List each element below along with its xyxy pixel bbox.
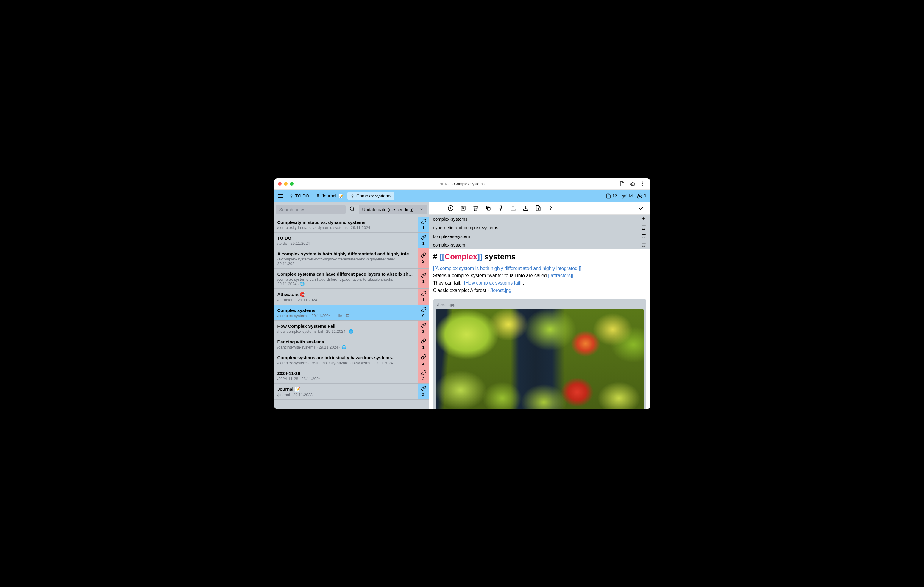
copy-button[interactable] bbox=[482, 202, 495, 215]
wiki-link[interactable]: A complex system is both highly differen… bbox=[436, 266, 579, 271]
svg-point-1 bbox=[350, 207, 354, 210]
svg-point-9 bbox=[463, 208, 464, 209]
pin-label: Complex systems bbox=[356, 193, 391, 198]
note-item[interactable]: Journal 📝 /journal · 29.11.2023 2 bbox=[274, 384, 429, 400]
sidebar: Update date (descending) Complexity in s… bbox=[274, 202, 429, 409]
upload-button[interactable] bbox=[507, 202, 520, 215]
editor-toolbar bbox=[429, 202, 650, 215]
note-item[interactable]: Complex systems are intrinsically hazard… bbox=[274, 352, 429, 368]
help-icon bbox=[548, 205, 554, 211]
download-button[interactable] bbox=[520, 202, 532, 215]
help-button[interactable] bbox=[544, 202, 557, 215]
unlink-icon bbox=[637, 193, 642, 199]
note-link-count: 9 bbox=[418, 305, 429, 320]
link-icon bbox=[421, 386, 426, 391]
import-button[interactable] bbox=[532, 202, 544, 215]
sort-select[interactable]: Update date (descending) bbox=[359, 205, 427, 214]
note-link-count: 1 bbox=[418, 289, 429, 304]
stat-notes[interactable]: 12 bbox=[606, 193, 617, 199]
note-item[interactable]: A complex system is both highly differen… bbox=[274, 248, 429, 268]
stat-broken[interactable]: 0 bbox=[637, 193, 646, 199]
note-meta: /how-complex-systems-fail · 29.11.2024 ·… bbox=[277, 329, 415, 334]
search-input[interactable] bbox=[276, 205, 346, 214]
pin-tab-complex-systems[interactable]: Complex systems bbox=[347, 191, 394, 200]
note-link-count: 1 bbox=[418, 233, 429, 248]
note-link-count: 1 bbox=[418, 268, 429, 288]
minimize-window-button[interactable] bbox=[284, 182, 287, 186]
note-title: Attractors 🧲 bbox=[277, 292, 415, 297]
extension-icon[interactable] bbox=[630, 181, 635, 186]
link-icon bbox=[421, 252, 426, 258]
link-icon bbox=[421, 273, 426, 278]
confirm-button[interactable] bbox=[635, 202, 647, 215]
pin-icon bbox=[316, 194, 320, 198]
menu-button[interactable] bbox=[276, 194, 286, 198]
note-item[interactable]: 2024-11-28 /2024-11-28 · 28.11.2024 2 bbox=[274, 368, 429, 384]
note-item[interactable]: TO DO /to-do · 29.11.2024 1 bbox=[274, 233, 429, 248]
alias-delete-button[interactable] bbox=[641, 242, 646, 248]
save-icon bbox=[460, 205, 466, 211]
check-icon bbox=[638, 205, 644, 211]
file-up-icon bbox=[535, 205, 541, 211]
pin-tab-journal[interactable]: Journal 📝 bbox=[313, 191, 347, 201]
alias-delete-button[interactable] bbox=[641, 225, 646, 231]
note-link-count: 2 bbox=[418, 368, 429, 383]
pin-button[interactable] bbox=[495, 202, 507, 215]
trash-icon bbox=[473, 205, 478, 211]
save-button[interactable] bbox=[457, 202, 469, 215]
link-icon bbox=[621, 193, 627, 199]
note-item[interactable]: Complex systems can have different pace … bbox=[274, 268, 429, 289]
link-icon bbox=[421, 354, 426, 360]
file-link[interactable]: /forest.jpg bbox=[490, 288, 511, 293]
more-icon[interactable]: ⋯ bbox=[641, 181, 646, 186]
link-icon bbox=[421, 291, 426, 296]
note-title: A complex system is both highly differen… bbox=[277, 251, 415, 257]
alias-add-button[interactable] bbox=[641, 216, 646, 222]
document-icon[interactable] bbox=[619, 181, 625, 186]
close-window-button[interactable] bbox=[278, 182, 282, 186]
note-title: Complex systems are intrinsically hazard… bbox=[277, 355, 415, 360]
link-icon bbox=[421, 219, 426, 224]
editor-body[interactable]: # [[Complex]] systems [[A complex system… bbox=[429, 249, 650, 409]
editor-line: They can fail: [[How complex systems fai… bbox=[433, 280, 646, 287]
alias-row: komplexes-system bbox=[429, 232, 650, 240]
note-item[interactable]: Complexity in static vs. dynamic systems… bbox=[274, 217, 429, 233]
wiki-link[interactable]: attractors bbox=[551, 273, 571, 278]
note-meta: /2024-11-28 · 28.11.2024 bbox=[277, 377, 415, 381]
forest-image bbox=[436, 309, 644, 409]
editor-line: Classic example: A forest - /forest.jpg bbox=[433, 287, 646, 294]
stat-links[interactable]: 14 bbox=[621, 193, 633, 199]
image-block: /forest.jpg bbox=[433, 299, 646, 409]
editor-line: States a complex system "wants" to fall … bbox=[433, 272, 646, 280]
note-link-count: 2 bbox=[418, 248, 429, 268]
note-item[interactable]: Dancing with systems /dancing-with-syste… bbox=[274, 336, 429, 352]
emoji: 📝 bbox=[338, 193, 344, 199]
note-item[interactable]: How Complex Systems Fail /how-complex-sy… bbox=[274, 321, 429, 336]
delete-button[interactable] bbox=[469, 202, 482, 215]
trash-icon bbox=[641, 225, 646, 230]
search-button[interactable] bbox=[348, 205, 356, 214]
note-meta: /attractors · 29.11.2024 bbox=[277, 298, 415, 302]
pin-tab-todo[interactable]: TO DO bbox=[286, 191, 312, 200]
header-bar: TO DO Journal 📝 Complex systems 12 14 0 bbox=[274, 190, 650, 202]
note-title: Complex systems bbox=[277, 308, 415, 313]
svg-rect-11 bbox=[487, 207, 490, 210]
trash-icon bbox=[641, 233, 646, 238]
pin-icon bbox=[498, 205, 504, 211]
note-item[interactable]: Complex systems /complex-systems · 29.11… bbox=[274, 305, 429, 321]
upload-icon bbox=[510, 205, 516, 211]
alias-row: complex-systems bbox=[429, 215, 650, 223]
wiki-link[interactable]: How complex systems fail bbox=[465, 280, 520, 286]
alias-name: complex-systems bbox=[433, 217, 468, 222]
download-icon bbox=[523, 205, 529, 211]
svg-point-15 bbox=[550, 210, 551, 210]
add-circle-button[interactable] bbox=[444, 202, 457, 215]
alias-delete-button[interactable] bbox=[641, 233, 646, 239]
note-item[interactable]: Attractors 🧲 /attractors · 29.11.2024 1 bbox=[274, 289, 429, 305]
alias-name: cybernetic-and-complex-systems bbox=[433, 225, 498, 230]
maximize-window-button[interactable] bbox=[290, 182, 294, 186]
aliases-panel: complex-systems cybernetic-and-complex-s… bbox=[429, 215, 650, 249]
link-icon bbox=[421, 339, 426, 344]
new-note-button[interactable] bbox=[432, 202, 444, 215]
search-icon bbox=[349, 206, 355, 212]
